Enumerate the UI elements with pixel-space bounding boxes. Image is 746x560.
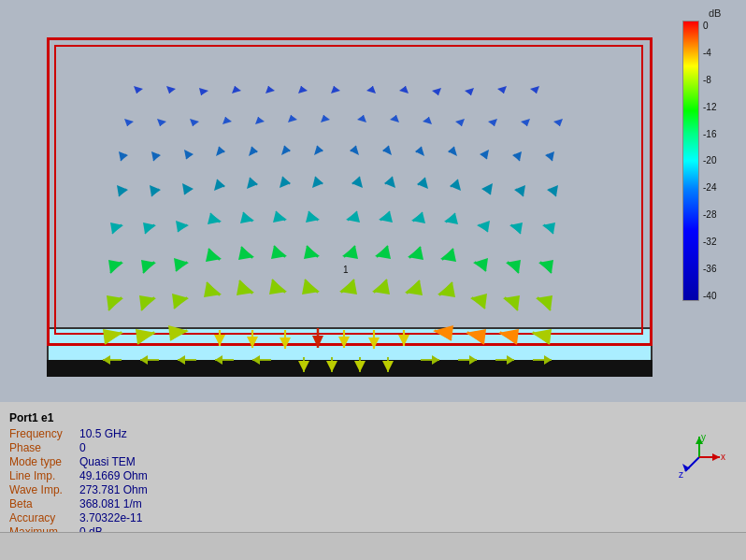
svg-marker-23: [497, 86, 507, 93]
svg-marker-133: [477, 221, 490, 232]
svg-marker-99: [384, 177, 395, 188]
info-value: 49.1669 Ohm: [79, 469, 153, 483]
svg-marker-199: [168, 325, 189, 340]
info-row: Mode typeQuasi TEM: [9, 455, 153, 469]
svg-marker-55: [119, 151, 128, 161]
svg-marker-27: [124, 119, 134, 126]
svg-marker-77: [480, 150, 489, 159]
info-label: Phase: [9, 441, 79, 455]
svg-marker-49: [488, 119, 497, 126]
info-panel: Port1 e1 Frequency10.5 GHzPhase0Mode typ…: [5, 407, 285, 544]
svg-marker-79: [512, 151, 522, 161]
svg-marker-61: [216, 147, 225, 156]
colorbar: dB 0 -4 -8 -12 -16 -20 -24 -28 -32 -36 -…: [682, 7, 739, 301]
svg-marker-225: [140, 355, 148, 365]
svg-marker-93: [280, 177, 291, 188]
svg-marker-31: [190, 119, 199, 126]
info-value: 0: [79, 441, 153, 455]
svg-marker-237: [354, 361, 366, 372]
svg-marker-37: [288, 115, 297, 122]
svg-marker-57: [151, 151, 161, 161]
svg-marker-235: [326, 361, 337, 372]
info-value: Quasi TEM: [79, 455, 153, 469]
svg-marker-203: [247, 337, 258, 348]
svg-marker-195: [103, 329, 123, 344]
svg-marker-207: [312, 336, 323, 348]
svg-marker-231: [252, 355, 260, 365]
info-label: Accuracy: [9, 511, 79, 525]
info-row: Beta368.081 1/m: [9, 497, 153, 511]
svg-marker-221: [531, 329, 552, 344]
svg-marker-135: [509, 223, 523, 234]
svg-marker-227: [178, 355, 185, 365]
svg-marker-1: [134, 86, 143, 93]
svg-marker-87: [182, 183, 194, 194]
info-row: Frequency10.5 GHz: [9, 427, 153, 441]
svg-marker-241: [432, 355, 439, 365]
svg-marker-5: [199, 88, 208, 95]
svg-marker-233: [298, 361, 309, 372]
svg-marker-201: [214, 335, 225, 346]
svg-marker-65: [281, 146, 291, 155]
info-label: Beta: [9, 497, 79, 511]
svg-marker-39: [321, 115, 330, 122]
svg-marker-53: [553, 119, 563, 126]
svg-marker-213: [398, 335, 409, 346]
svg-marker-59: [184, 150, 194, 159]
info-value: 368.081 1/m: [79, 497, 153, 511]
svg-marker-229: [215, 355, 222, 365]
svg-marker-219: [498, 329, 519, 344]
svg-marker-239: [382, 361, 394, 372]
svg-marker-43: [390, 115, 399, 122]
svg-marker-11: [298, 86, 308, 93]
svg-marker-35: [255, 117, 265, 124]
svg-marker-29: [157, 119, 166, 126]
svg-marker-33: [222, 117, 232, 124]
svg-marker-217: [466, 329, 486, 344]
axes: z y x: [671, 429, 727, 485]
svg-marker-83: [117, 185, 128, 196]
bottom-strip: [0, 532, 746, 560]
colorbar-gradient: [682, 21, 699, 301]
svg-text:1: 1: [343, 265, 349, 275]
svg-marker-247: [544, 355, 552, 365]
svg-marker-101: [417, 178, 428, 189]
svg-marker-9: [265, 86, 275, 93]
svg-marker-137: [542, 223, 555, 234]
svg-text:x: x: [721, 452, 725, 462]
svg-marker-85: [150, 185, 161, 196]
svg-marker-89: [214, 179, 225, 191]
info-row: Accuracy3.70322e-11: [9, 511, 153, 525]
svg-marker-115: [176, 221, 189, 232]
svg-marker-209: [338, 337, 350, 348]
svg-marker-205: [280, 337, 291, 349]
svg-marker-256: [712, 453, 720, 461]
svg-marker-91: [247, 178, 258, 189]
svg-marker-223: [103, 355, 110, 365]
info-value: 273.781 Ohm: [79, 483, 153, 497]
info-value: 3.70322e-11: [79, 511, 153, 525]
svg-marker-95: [312, 177, 323, 188]
svg-marker-3: [166, 86, 176, 93]
svg-marker-15: [366, 86, 376, 93]
svg-marker-7: [232, 86, 241, 93]
svg-marker-51: [521, 119, 530, 126]
svg-marker-197: [136, 329, 156, 344]
colorbar-title: dB: [709, 7, 721, 19]
info-row: Line Imp.49.1669 Ohm: [9, 469, 153, 483]
svg-marker-69: [350, 146, 359, 155]
svg-marker-45: [423, 117, 432, 124]
arrow-field: 1: [47, 37, 653, 383]
svg-marker-243: [469, 355, 477, 365]
info-table: Frequency10.5 GHzPhase0Mode typeQuasi TE…: [9, 427, 153, 539]
svg-marker-47: [455, 119, 465, 126]
svg-marker-81: [545, 151, 554, 161]
field-plot: 1: [47, 28, 664, 374]
svg-marker-41: [357, 115, 366, 122]
svg-marker-245: [507, 355, 514, 365]
svg-marker-215: [433, 325, 453, 340]
info-row: Phase0: [9, 441, 153, 455]
svg-marker-75: [448, 147, 457, 156]
info-value: 10.5 GHz: [79, 427, 153, 441]
svg-marker-171: [172, 294, 189, 309]
